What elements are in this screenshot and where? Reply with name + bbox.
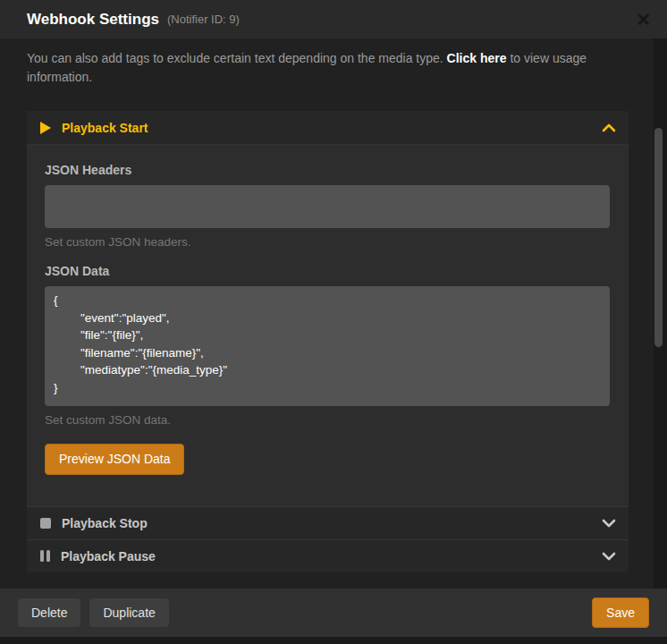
json-data-label: JSON Data — [45, 264, 610, 278]
accordion-label-playback-start: Playback Start — [62, 121, 148, 135]
play-icon — [40, 122, 51, 134]
chevron-down-icon — [602, 552, 616, 561]
chevron-down-icon — [602, 519, 616, 528]
json-headers-input[interactable] — [45, 185, 610, 228]
page-title: Webhook Settings — [27, 11, 159, 29]
webhook-settings-modal: Webhook Settings (Notifier ID: 9) ✕ You … — [0, 0, 667, 644]
json-headers-help: Set custom JSON headers. — [45, 235, 610, 249]
accordion-label-playback-pause: Playback Pause — [61, 549, 156, 564]
scrollbar-track[interactable] — [654, 38, 667, 589]
notifier-id-badge: (Notifier ID: 9) — [167, 13, 240, 26]
json-data-help: Set custom JSON data. — [45, 413, 610, 427]
accordion-label-playback-stop: Playback Stop — [62, 516, 148, 530]
notification-triggers-accordion: Playback Start JSON Headers Set custom J… — [27, 111, 629, 572]
json-headers-label: JSON Headers — [45, 163, 610, 177]
accordion-header-playback-start[interactable]: Playback Start — [27, 111, 629, 144]
usage-info-text: You can also add tags to exclude certain… — [27, 49, 629, 87]
close-icon[interactable]: ✕ — [636, 11, 651, 29]
usage-info-text-before: You can also add tags to exclude certain… — [27, 51, 447, 65]
stop-icon — [40, 518, 51, 529]
preview-json-data-button[interactable]: Preview JSON Data — [45, 444, 184, 475]
json-data-input[interactable]: { "event":"played", "file":"{file}", "fi… — [45, 286, 610, 406]
save-button[interactable]: Save — [592, 597, 649, 629]
playback-start-panel: JSON Headers Set custom JSON headers. JS… — [27, 144, 629, 506]
duplicate-button[interactable]: Duplicate — [89, 598, 168, 628]
chevron-up-icon — [602, 123, 616, 132]
click-here-link[interactable]: Click here — [447, 51, 507, 65]
accordion-header-playback-pause[interactable]: Playback Pause — [27, 539, 629, 572]
accordion-header-playback-stop[interactable]: Playback Stop — [27, 506, 629, 539]
modal-footer: Delete Duplicate Save — [0, 589, 667, 637]
modal-header: Webhook Settings (Notifier ID: 9) ✕ — [0, 0, 667, 38]
delete-button[interactable]: Delete — [18, 598, 80, 628]
pause-icon — [40, 550, 50, 562]
page-background-strip — [0, 637, 667, 644]
modal-body: You can also add tags to exclude certain… — [0, 38, 667, 589]
scrollbar-thumb[interactable] — [654, 128, 663, 347]
